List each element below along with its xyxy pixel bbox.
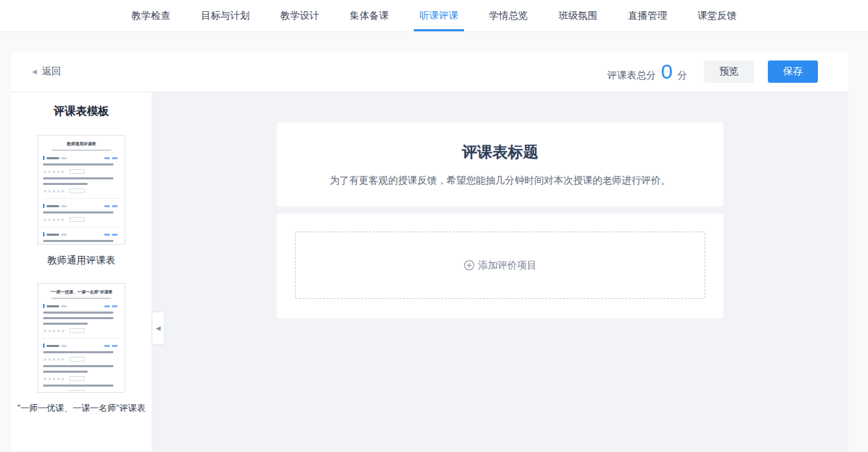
form-title: 评课表标题 [277,122,723,163]
nav-tab[interactable]: 教学检查 [130,0,172,31]
score-value: 0 [661,61,673,82]
add-item-label: 添加评价项目 [479,259,537,272]
score-label: 评课表总分 [607,70,656,82]
add-evaluation-item-button[interactable]: 添加评价项目 [295,232,705,299]
thumbnail-divider [43,198,120,199]
template-list: 教师通用评课表★★★★★★★★★★★★★★★★★★★★教师通用评课表"一师一优课… [11,135,152,415]
thumbnail-question-bar [43,183,88,185]
nav-tab[interactable]: 教学设计 [279,0,321,31]
nav-tab[interactable]: 直播管理 [627,0,668,31]
nav-tab[interactable]: 班级氛围 [557,0,599,31]
thumbnail-question-bar [43,211,113,213]
thumbnail-question-bar [43,240,113,242]
thumbnail-question-bar [43,177,113,179]
thumbnail-star-row: ★★★★★ [43,217,120,222]
add-item-card: 添加评价项目 [277,213,723,318]
template-sidebar: 评课表模板 教师通用评课表★★★★★★★★★★★★★★★★★★★★教师通用评课表… [11,92,152,451]
thumbnail-mini-title: 教师通用评课表 [43,141,120,147]
score-unit: 分 [677,70,687,82]
template-name: 教师通用评课表 [15,253,147,267]
thumbnail-section-header [43,304,120,308]
circle-plus-icon [464,260,474,271]
template-item[interactable]: "一师一优课、一课一名师"评课表★★★★★★★★★★★★★★★★★★★★"一师一… [11,283,152,415]
template-thumbnail[interactable]: "一师一优课、一课一名师"评课表★★★★★★★★★★★★★★★★★★★★ [38,283,125,393]
thumbnail-section-header [43,232,120,236]
template-name: "一师一优课、一课一名师"评课表 [15,401,147,415]
nav-tab[interactable]: 课堂反馈 [696,0,738,31]
editor-toolbar: ◀ 返回 评课表总分 0 分 预览 保存 [11,51,849,92]
toolbar-right: 评课表总分 0 分 预览 保存 [607,60,818,83]
thumbnail-star-row: ★★★★★ [43,188,120,193]
thumbnail-section-header [43,344,120,348]
thumbnail-subtitle-bar [51,298,111,299]
back-label: 返回 [42,65,61,78]
content-panel: ◀ 返回 评课表总分 0 分 预览 保存 评课表模板 教师通用评课表★★★★★★… [11,51,849,452]
thumbnail-mini-title: "一师一优课、一课一名师"评课表 [43,289,120,295]
total-score: 评课表总分 0 分 [607,61,687,82]
thumbnail-divider [43,227,120,227]
back-arrow-icon: ◀ [32,69,37,75]
form-header-card[interactable]: 评课表标题 为了有更客观的授课反馈，希望您能抽几分钟时间对本次授课的老师进行评价… [277,122,723,207]
thumbnail-question-bar [43,371,88,373]
preview-button[interactable]: 预览 [704,60,754,83]
thumbnail-star-row: ★★★★★ [43,357,120,362]
thumbnail-question-bar [43,312,113,314]
template-thumbnail[interactable]: 教师通用评课表★★★★★★★★★★★★★★★★★★★★ [38,135,125,245]
form-subtitle: 为了有更客观的授课反馈，希望您能抽几分钟时间对本次授课的老师进行评价。 [277,173,723,187]
nav-tab[interactable]: 学情总览 [488,0,529,31]
thumbnail-question-bar [43,365,113,367]
nav-tab[interactable]: 目标与计划 [200,0,251,31]
editor-main: 评课表标题 为了有更客观的授课反馈，希望您能抽几分钟时间对本次授课的老师进行评价… [152,92,849,451]
template-item[interactable]: 教师通用评课表★★★★★★★★★★★★★★★★★★★★教师通用评课表 [11,135,152,267]
back-button[interactable]: ◀ 返回 [32,65,61,78]
thumbnail-question-bar [43,385,113,387]
nav-tab[interactable]: 集体备课 [348,0,390,31]
thumbnail-star-row: ★★★★★ [43,169,120,174]
panel-body: 评课表模板 教师通用评课表★★★★★★★★★★★★★★★★★★★★教师通用评课表… [11,92,849,451]
save-button[interactable]: 保存 [768,60,818,83]
thumbnail-section-header [43,204,120,208]
sidebar-title: 评课表模板 [11,104,152,119]
top-navbar: 教学检查目标与计划教学设计集体备课听课评课学情总览班级氛围直播管理课堂反馈 [0,0,868,32]
thumbnail-question-bar [43,351,113,353]
thumbnail-star-row: ★★★★★ [43,328,120,333]
thumbnail-question-bar [43,317,113,319]
thumbnail-divider [43,338,120,339]
thumbnail-subtitle-bar [51,150,111,151]
thumbnail-section-header [43,156,120,160]
nav-tab[interactable]: 听课评课 [418,0,460,31]
thumbnail-star-row: ★★★★★ [43,376,120,381]
thumbnail-star-row: ★★★★★ [43,390,120,393]
thumbnail-question-bar [43,323,88,325]
thumbnail-question-bar [43,163,113,166]
